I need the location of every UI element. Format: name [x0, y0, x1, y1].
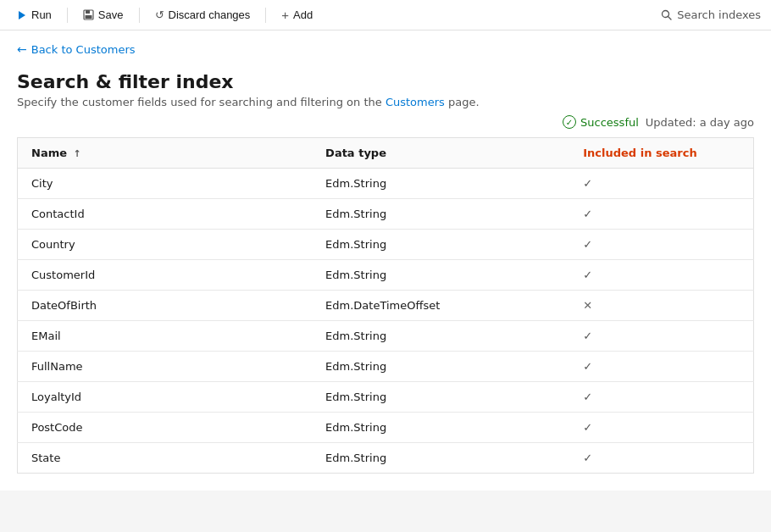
- cell-name: FullName: [18, 352, 313, 382]
- toolbar-divider-2: [139, 8, 140, 23]
- cell-datatype: Edm.String: [312, 260, 569, 291]
- status-label: Successful: [580, 116, 639, 129]
- table-row: StateEdm.String✓: [18, 443, 754, 474]
- cell-name: State: [18, 443, 313, 474]
- cell-name: EMail: [18, 321, 313, 352]
- table-row: DateOfBirthEdm.DateTimeOffset✕: [18, 291, 754, 321]
- table-body: CityEdm.String✓ContactIdEdm.String✓Count…: [18, 169, 754, 474]
- customers-link[interactable]: Customers: [386, 96, 445, 108]
- cell-included: ✓: [569, 169, 753, 199]
- table-row: CountryEdm.String✓: [18, 230, 754, 260]
- toolbar-divider-1: [67, 8, 68, 23]
- cell-datatype: Edm.String: [312, 199, 569, 230]
- page-subtitle: Specify the customer fields used for sea…: [17, 96, 754, 108]
- table-row: PostCodeEdm.String✓: [18, 413, 754, 443]
- page-header: Search & filter index Specify the custom…: [0, 63, 771, 115]
- svg-line-4: [668, 17, 672, 20]
- search-indexes-label: Search indexes: [677, 8, 761, 21]
- add-icon: +: [281, 8, 289, 22]
- discard-button[interactable]: ↺ Discard changes: [147, 5, 259, 25]
- col-header-name[interactable]: Name ↑: [18, 138, 313, 169]
- cell-name: City: [18, 169, 313, 199]
- search-filter-table: Name ↑ Data type Included in search City…: [17, 137, 754, 474]
- main-content: ← Back to Customers Search & filter inde…: [0, 30, 771, 490]
- svg-rect-1: [86, 10, 90, 14]
- toolbar: Run Save ↺ Discard changes + Add Search …: [0, 0, 771, 30]
- back-to-customers-link[interactable]: ← Back to Customers: [17, 42, 136, 56]
- cell-name: LoyaltyId: [18, 382, 313, 413]
- success-check-icon: ✓: [563, 115, 576, 129]
- check-mark-icon: ✓: [583, 391, 592, 403]
- status-success: ✓ Successful: [563, 115, 639, 129]
- discard-label: Discard changes: [169, 8, 251, 21]
- check-mark-icon: ✓: [583, 421, 592, 434]
- status-updated: Updated: a day ago: [646, 116, 754, 129]
- table-header-row: Name ↑ Data type Included in search: [18, 138, 754, 169]
- back-nav: ← Back to Customers: [0, 30, 771, 63]
- check-mark-icon: ✓: [583, 452, 592, 464]
- cell-included: ✓: [569, 352, 753, 382]
- status-row: ✓ Successful Updated: a day ago: [0, 115, 771, 137]
- table-row: ContactIdEdm.String✓: [18, 199, 754, 230]
- search-indexes-button[interactable]: Search indexes: [661, 8, 761, 21]
- save-icon: [83, 9, 94, 20]
- table-row: FullNameEdm.String✓: [18, 352, 754, 382]
- table-header: Name ↑ Data type Included in search: [18, 138, 754, 169]
- cell-name: ContactId: [18, 199, 313, 230]
- run-button[interactable]: Run: [10, 5, 60, 25]
- run-label: Run: [31, 8, 52, 21]
- col-header-datatype[interactable]: Data type: [312, 138, 569, 169]
- check-mark-icon: ✓: [583, 177, 592, 190]
- cell-datatype: Edm.String: [312, 413, 569, 443]
- discard-icon: ↺: [155, 8, 164, 21]
- table-container: Name ↑ Data type Included in search City…: [0, 137, 771, 490]
- search-icon: [661, 9, 672, 20]
- back-to-customers-label: Back to Customers: [31, 43, 136, 56]
- cell-name: PostCode: [18, 413, 313, 443]
- cell-name: Country: [18, 230, 313, 260]
- check-mark-icon: ✓: [583, 238, 592, 251]
- add-button[interactable]: + Add: [273, 4, 321, 25]
- svg-rect-2: [85, 15, 92, 19]
- cell-datatype: Edm.String: [312, 230, 569, 260]
- cell-included: ✓: [569, 230, 753, 260]
- toolbar-divider-3: [265, 8, 266, 23]
- save-button[interactable]: Save: [75, 5, 132, 25]
- sort-icon: ↑: [74, 148, 81, 159]
- cell-included: ✓: [569, 443, 753, 474]
- x-mark-icon: ✕: [583, 299, 592, 312]
- cell-included: ✓: [569, 413, 753, 443]
- cell-included: ✓: [569, 382, 753, 413]
- cell-datatype: Edm.String: [312, 382, 569, 413]
- cell-included: ✕: [569, 291, 753, 321]
- page-title: Search & filter index: [17, 71, 754, 92]
- table-row: CustomerIdEdm.String✓: [18, 260, 754, 291]
- back-arrow-icon: ←: [17, 42, 27, 56]
- table-row: CityEdm.String✓: [18, 169, 754, 199]
- check-mark-icon: ✓: [583, 269, 592, 281]
- run-icon: [19, 11, 25, 19]
- cell-included: ✓: [569, 260, 753, 291]
- cell-datatype: Edm.String: [312, 169, 569, 199]
- cell-name: DateOfBirth: [18, 291, 313, 321]
- check-mark-icon: ✓: [583, 330, 592, 342]
- subtitle-text-end: page.: [445, 96, 480, 108]
- cell-datatype: Edm.String: [312, 352, 569, 382]
- cell-name: CustomerId: [18, 260, 313, 291]
- subtitle-text-start: Specify the customer fields used for sea…: [17, 96, 386, 108]
- cell-datatype: Edm.String: [312, 321, 569, 352]
- save-label: Save: [98, 8, 124, 21]
- cell-included: ✓: [569, 199, 753, 230]
- add-label: Add: [293, 8, 313, 21]
- cell-included: ✓: [569, 321, 753, 352]
- check-mark-icon: ✓: [583, 360, 592, 373]
- col-header-included[interactable]: Included in search: [569, 138, 753, 169]
- table-row: LoyaltyIdEdm.String✓: [18, 382, 754, 413]
- table-row: EMailEdm.String✓: [18, 321, 754, 352]
- cell-datatype: Edm.DateTimeOffset: [312, 291, 569, 321]
- cell-datatype: Edm.String: [312, 443, 569, 474]
- check-mark-icon: ✓: [583, 208, 592, 220]
